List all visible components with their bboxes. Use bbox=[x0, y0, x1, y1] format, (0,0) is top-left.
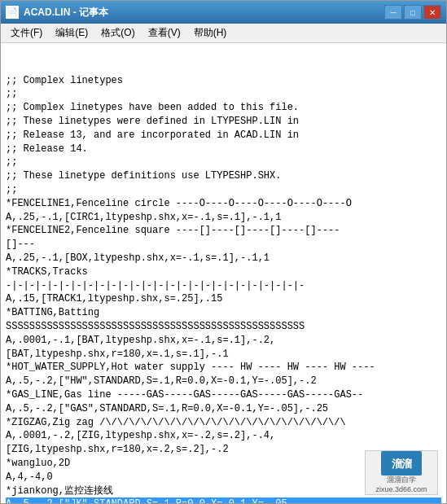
window-title: ACAD.LIN - 记事本 bbox=[24, 6, 108, 20]
main-window: 📄 ACAD.LIN - 记事本 ─ □ ✕ 文件(F) 编辑(E) 格式(O)… bbox=[0, 0, 447, 504]
text-editor[interactable]: ;; Complex linetypes;;;; Complex linetyp… bbox=[1, 43, 446, 503]
title-bar-left: 📄 ACAD.LIN - 记事本 bbox=[6, 6, 108, 20]
title-bar: 📄 ACAD.LIN - 记事本 ─ □ ✕ bbox=[1, 1, 446, 24]
content-area: ;; Complex linetypes;;;; Complex linetyp… bbox=[1, 43, 446, 503]
watermark: 溜溜 溜溜自学 zixue.3d66.com bbox=[365, 450, 438, 495]
app-icon: 📄 bbox=[6, 6, 19, 19]
close-button[interactable]: ✕ bbox=[423, 5, 441, 20]
menu-help[interactable]: 帮助(H) bbox=[187, 24, 234, 42]
menu-bar: 文件(F) 编辑(E) 格式(O) 查看(V) 帮助(H) bbox=[1, 24, 446, 43]
svg-text:溜溜: 溜溜 bbox=[392, 458, 412, 470]
minimize-button[interactable]: ─ bbox=[384, 5, 402, 20]
menu-edit[interactable]: 编辑(E) bbox=[49, 24, 94, 42]
menu-file[interactable]: 文件(F) bbox=[4, 24, 49, 42]
menu-view[interactable]: 查看(V) bbox=[142, 24, 187, 42]
maximize-button[interactable]: □ bbox=[404, 5, 422, 20]
title-buttons: ─ □ ✕ bbox=[384, 5, 441, 20]
menu-format[interactable]: 格式(O) bbox=[94, 24, 141, 42]
watermark-subtext: 溜溜自学 zixue.3d66.com bbox=[375, 476, 427, 494]
watermark-logo: 溜溜 bbox=[381, 451, 422, 476]
